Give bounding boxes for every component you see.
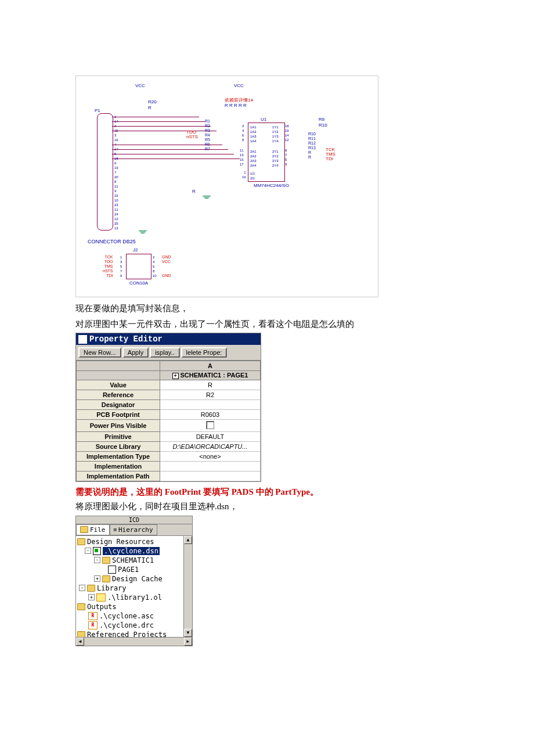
u1-left-top-pins: 1A1 1A2 1A3 1A4 <box>250 125 257 143</box>
r-right-labels: R10 R11 R12 R13 R R <box>308 132 316 160</box>
prop-label-sourcelib: Source Library <box>77 442 160 452</box>
table-row: ReferenceR2 <box>77 390 261 400</box>
tree-row-cyclone-asc[interactable]: .\cyclone.asc <box>77 611 191 621</box>
power-pins-checkbox[interactable] <box>206 421 214 429</box>
r-bottom-label: R <box>192 189 196 194</box>
dsn-icon <box>93 547 101 555</box>
display-button[interactable]: isplay.. <box>150 347 179 358</box>
con10a-label: CON10A <box>129 280 148 286</box>
prop-label-powerpins: Power Pins Visible <box>77 420 160 432</box>
tree-row-page1[interactable]: PAGE1 <box>77 565 191 574</box>
vcc-right-label: VCC <box>234 83 244 88</box>
red-note-text: 需要说明的是，这里的 FootPrint 要填写 PADS 中的 PartTyp… <box>75 487 459 498</box>
table-row: Implementation Path <box>77 471 261 481</box>
new-row-button[interactable]: New Row... <box>78 347 121 358</box>
expand-icon[interactable]: + <box>94 575 100 582</box>
tree-body[interactable]: Design Resources - .\cyclone.dsn - SCHEM… <box>76 536 192 637</box>
connector-db25-label: CONNECTOR DB25 <box>88 239 136 244</box>
u1-bottom-nums: 119 <box>242 170 246 179</box>
text-line-3: 将原理图最小化，同时在项目里选种.dsn， <box>75 500 459 513</box>
j2-left-nums: 13579 <box>120 255 122 278</box>
j2-right-nets: GND VCC GND <box>162 255 171 278</box>
folder-icon <box>77 631 85 637</box>
folder-open-icon <box>102 557 110 564</box>
horizontal-scrollbar[interactable]: ◀ ▶ <box>76 637 192 646</box>
tab-hierarchy[interactable]: ⊞ Hierarchy <box>110 524 157 535</box>
property-editor-toolbar: New Row... Apply isplay.. lelete Prope: <box>76 345 261 361</box>
scroll-down-icon[interactable]: ▼ <box>184 629 192 637</box>
tree-row-design-resources[interactable]: Design Resources <box>77 537 191 546</box>
nsts-net-label: nSTS <box>186 134 198 139</box>
u1-left-mid-pins: 2A1 2A2 2A3 2A4 <box>250 149 257 168</box>
prop-value-footprint[interactable]: R0603 <box>160 410 261 420</box>
tree-row-design-cache[interactable]: + Design Cache <box>77 574 191 584</box>
prop-label-designator: Designator <box>77 400 160 410</box>
prop-value-powerpins[interactable] <box>160 420 261 432</box>
tab-file[interactable]: File <box>76 524 110 535</box>
prop-value-sourcelib[interactable]: D:\EDA\ORCAD\CAPTU... <box>160 442 261 452</box>
prop-value-designator[interactable] <box>160 400 261 410</box>
folder-icon <box>80 526 88 533</box>
scroll-up-icon[interactable]: ▲ <box>184 536 192 544</box>
tree-row-library1[interactable]: + .\library1.ol <box>77 593 191 602</box>
delete-property-button[interactable]: lelete Prope: <box>181 347 228 358</box>
tree-row-referenced-projects[interactable]: Referenced Projects <box>77 630 191 637</box>
j2-right-nums: 246810 <box>153 255 157 278</box>
prop-label-impl: Implementation <box>77 462 160 471</box>
tdi-net-label: TDI <box>326 156 333 161</box>
collapse-icon[interactable]: - <box>94 557 100 563</box>
table-row: Implementation Type<none> <box>77 452 261 462</box>
collapse-icon[interactable]: - <box>85 548 91 554</box>
table-row: PrimitiveDEFAULT <box>77 432 261 442</box>
connector-db25-body <box>97 113 113 231</box>
project-tree-panel: ICD File ⊞ Hierarchy Design Resources - … <box>75 516 193 646</box>
prop-value-reference[interactable]: R2 <box>160 390 261 400</box>
vcc-left-label: VCC <box>135 83 145 88</box>
db25-pin-numbers: 114 215 316 417 518 619 720 821 922 1023… <box>114 114 118 231</box>
r-series-labels: R1 R2 R3 R4 R5 R6 R7 <box>205 119 210 152</box>
table-row: ValueR <box>77 380 261 390</box>
table-row: Power Pins Visible <box>77 420 261 432</box>
r8-label: R8 <box>319 117 324 122</box>
j2-left-nets: TCK TDO TMS nSTS TDI <box>103 255 113 278</box>
property-grid[interactable]: A +SCHEMATIC1 : PAGE1 ValueR ReferenceR2… <box>76 361 261 481</box>
schematic-page-header[interactable]: +SCHEMATIC1 : PAGE1 <box>160 371 261 380</box>
prop-value-impltype[interactable]: <none> <box>160 452 261 462</box>
tree-row-cyclone-drc[interactable]: .\cyclone.drc <box>77 621 191 630</box>
tree-row-outputs[interactable]: Outputs <box>77 602 191 611</box>
tree-row-cyclone-dsn[interactable]: - .\cyclone.dsn <box>77 546 191 556</box>
j2-label: J2 <box>133 247 138 253</box>
table-row: Implementation <box>77 462 261 471</box>
expand-icon[interactable]: + <box>88 594 95 600</box>
scroll-right-icon[interactable]: ▶ <box>184 638 192 646</box>
prop-label-value: Value <box>77 380 160 390</box>
r20-value-label: R <box>148 105 151 110</box>
report-icon <box>88 612 98 620</box>
tree-row-schematic1[interactable]: - SCHEMATIC1 <box>77 556 191 565</box>
u1-right-mid-nums: 9753 <box>285 148 287 167</box>
tree-row-library[interactable]: - Library <box>77 584 191 593</box>
prop-label-impltype: Implementation Type <box>77 452 160 462</box>
u1-right-mid-pins: 2Y1 2Y2 2Y3 2Y4 <box>272 149 279 168</box>
column-A-header[interactable]: A <box>160 361 261 371</box>
table-row: Source LibraryD:\EDA\ORCAD\CAPTU... <box>77 442 261 452</box>
prop-label-primitive: Primitive <box>77 432 160 442</box>
vertical-scrollbar[interactable]: ▲ ▼ <box>183 536 192 637</box>
property-editor-window: Property Editor New Row... Apply isplay.… <box>75 333 261 482</box>
u1-left-top-nums: 2468 <box>242 124 244 142</box>
prop-value-primitive[interactable]: DEFAULT <box>160 432 261 442</box>
prop-label-reference: Reference <box>77 390 160 400</box>
expand-icon[interactable]: + <box>172 373 179 379</box>
schematic-diagram[interactable]: VCC VCC R20 R 依赖装详情14 R R R R R P1 114 2… <box>75 75 378 297</box>
apply-button[interactable]: Apply <box>122 347 149 358</box>
r20-label: R20 <box>148 99 157 105</box>
prop-value-implpath[interactable] <box>160 471 261 481</box>
folder-icon <box>77 538 85 545</box>
prop-value-impl[interactable] <box>160 462 261 471</box>
prop-value-value[interactable]: R <box>160 380 261 390</box>
collapse-icon[interactable]: - <box>79 585 85 591</box>
folder-icon <box>87 585 95 592</box>
tree-tabs: File ⊞ Hierarchy <box>76 524 192 536</box>
scroll-left-icon[interactable]: ◀ <box>76 638 84 646</box>
page-icon <box>108 566 116 574</box>
